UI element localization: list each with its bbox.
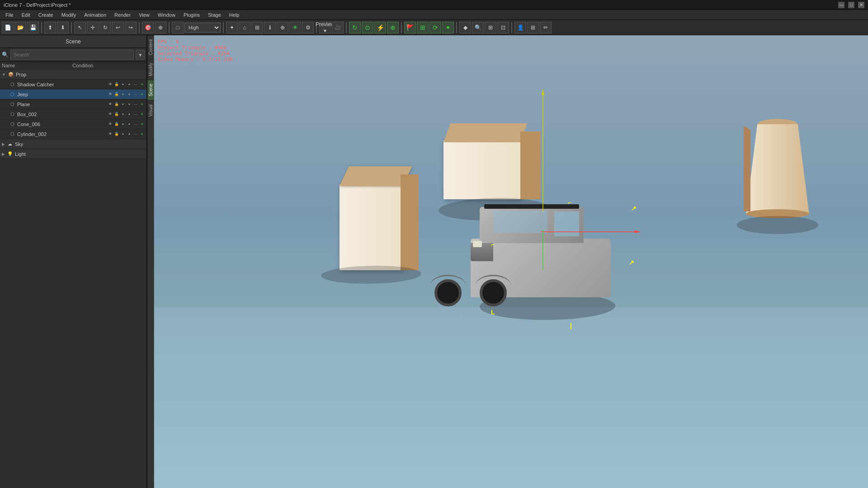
- window-controls[interactable]: — □ ✕: [838, 2, 864, 8]
- cone006-dot2[interactable]: ●: [127, 122, 132, 127]
- viewport[interactable]: FPS : 0 Project Triangle : 4966 Selected…: [154, 35, 868, 488]
- cylinder002-dot1[interactable]: ●: [120, 131, 126, 137]
- green-btn-1[interactable]: ↻: [349, 22, 361, 33]
- green-btn-3[interactable]: ⚡: [374, 22, 386, 33]
- light-group-header[interactable]: ▶ 💡 Light: [0, 149, 146, 159]
- search-input[interactable]: [10, 50, 134, 60]
- menu-plugins[interactable]: Plugins: [180, 11, 203, 19]
- green-btn-8[interactable]: ✦: [442, 22, 454, 33]
- tab-content[interactable]: Content: [147, 35, 154, 59]
- cylinder002-lock[interactable]: 🔓: [114, 131, 119, 137]
- green-btn-4[interactable]: ⊕: [387, 22, 399, 33]
- undo-button[interactable]: ↩: [112, 22, 124, 33]
- green-btn-6[interactable]: ⊞: [417, 22, 429, 33]
- character-button[interactable]: 👤: [514, 22, 526, 33]
- scene-item-cylinder002[interactable]: ⬡ Cylinder_002 👁 🔓 ● ● — +: [0, 129, 146, 139]
- cylinder002-dash[interactable]: —: [133, 131, 138, 137]
- jeep-dot1[interactable]: ●: [120, 92, 126, 97]
- shadow-catcher-dot1[interactable]: ●: [120, 82, 126, 87]
- menu-file[interactable]: File: [2, 11, 17, 19]
- scene-item-plane[interactable]: ⬡ Plane 👁 🔓 ● ● — +: [0, 99, 146, 109]
- box002-add[interactable]: +: [139, 112, 145, 117]
- green-btn-2[interactable]: ⊙: [362, 22, 373, 33]
- scene-item-cone006[interactable]: ⬡ Cone_006 👁 🔓 ● ● — +: [0, 119, 146, 129]
- transform-btn-2[interactable]: ⊡: [497, 22, 509, 33]
- jeep-add[interactable]: +: [139, 92, 145, 97]
- eye-button[interactable]: 👁: [289, 22, 301, 33]
- rotate-button[interactable]: ↻: [99, 22, 111, 33]
- fit-button[interactable]: ⊞: [485, 22, 496, 33]
- settings-button[interactable]: ⚙: [302, 22, 314, 33]
- shadow-catcher-eye[interactable]: 👁: [108, 82, 113, 87]
- scene-item-shadow-catcher[interactable]: ⬡ Shadow Catcher 👁 🔓 ● ● — +: [0, 80, 146, 89]
- cylinder002-dot2[interactable]: ●: [127, 131, 132, 137]
- menu-stage[interactable]: Stage: [204, 11, 225, 19]
- plane-dash[interactable]: —: [133, 102, 138, 107]
- new-button[interactable]: 📄: [2, 22, 14, 33]
- light-button[interactable]: ✦: [226, 22, 238, 33]
- redo-button[interactable]: ↪: [125, 22, 137, 33]
- shadow-catcher-dash[interactable]: —: [133, 82, 138, 87]
- open-button[interactable]: 📂: [14, 22, 26, 33]
- settings-btn-2[interactable]: ⊞: [527, 22, 539, 33]
- close-button[interactable]: ✕: [858, 2, 864, 8]
- menu-create[interactable]: Create: [35, 11, 57, 19]
- camera-button[interactable]: 🎥: [332, 22, 344, 33]
- scene-item-jeep[interactable]: ⬡ Jeep 👁 🔓 ● ● — +: [0, 89, 146, 99]
- magnet-button[interactable]: ⊕: [155, 22, 166, 33]
- cone006-add[interactable]: +: [139, 122, 145, 127]
- plane-dot1[interactable]: ●: [120, 102, 126, 107]
- grid-button[interactable]: ⊞: [251, 22, 263, 33]
- shadow-catcher-dot2[interactable]: ●: [127, 82, 132, 87]
- import-button[interactable]: ⬆: [44, 22, 56, 33]
- diamond-button[interactable]: ◆: [459, 22, 471, 33]
- quality-dropdown[interactable]: High Medium Low: [184, 23, 221, 33]
- box002-dot1[interactable]: ●: [120, 112, 126, 117]
- menu-edit[interactable]: Edit: [18, 11, 34, 19]
- scene-item-box002[interactable]: ⬡ Box_002 👁 🔓 ● ● — +: [0, 109, 146, 119]
- menu-modify[interactable]: Modify: [58, 11, 80, 19]
- plane-lock[interactable]: 🔓: [114, 102, 119, 107]
- cone006-lock[interactable]: 🔓: [114, 122, 119, 127]
- plane-add[interactable]: +: [139, 102, 145, 107]
- box002-eye[interactable]: 👁: [108, 112, 113, 117]
- home-button[interactable]: ⌂: [239, 22, 250, 33]
- edit-btn[interactable]: ✏: [540, 22, 552, 33]
- maximize-button[interactable]: □: [848, 2, 854, 8]
- export-button[interactable]: ⬇: [57, 22, 69, 33]
- cone006-eye[interactable]: 👁: [108, 122, 113, 127]
- cylinder002-add[interactable]: +: [139, 131, 145, 137]
- search-dropdown-button[interactable]: ▾: [136, 50, 145, 60]
- shadow-catcher-add[interactable]: +: [139, 82, 145, 87]
- menu-animation[interactable]: Animation: [80, 11, 110, 19]
- sky-group-header[interactable]: ▶ ☁ Sky: [0, 139, 146, 149]
- box002-dot2[interactable]: ●: [127, 112, 132, 117]
- camera-view-button[interactable]: □: [172, 22, 184, 33]
- tab-visual[interactable]: Visual: [147, 100, 154, 120]
- transform-button[interactable]: ✛: [87, 22, 99, 33]
- tab-scene[interactable]: Scene: [147, 80, 154, 100]
- minimize-button[interactable]: —: [838, 2, 844, 8]
- cone006-dot1[interactable]: ●: [120, 122, 126, 127]
- green-btn-7[interactable]: ⟳: [429, 22, 441, 33]
- box002-dash[interactable]: —: [133, 112, 138, 117]
- prop-expand-arrow[interactable]: ▼: [2, 72, 6, 77]
- green-btn-5[interactable]: 🚩: [404, 22, 416, 33]
- menu-view[interactable]: View: [135, 11, 153, 19]
- cylinder002-eye[interactable]: 👁: [108, 131, 113, 137]
- plane-eye[interactable]: 👁: [108, 102, 113, 107]
- info-button[interactable]: ℹ: [264, 22, 276, 33]
- jeep-dot2[interactable]: ●: [127, 92, 132, 97]
- select-button[interactable]: ↖: [74, 22, 86, 33]
- jeep-dash[interactable]: —: [133, 92, 138, 97]
- menu-help[interactable]: Help: [226, 11, 243, 19]
- box002-lock[interactable]: 🔓: [114, 112, 119, 117]
- jeep-eye[interactable]: 👁: [108, 92, 113, 97]
- preview-button[interactable]: Preview ▾: [319, 22, 331, 33]
- cone006-dash[interactable]: —: [133, 122, 138, 127]
- prop-group-header[interactable]: ▼ 📦 Prop: [0, 70, 146, 80]
- save-button[interactable]: 💾: [27, 22, 39, 33]
- shadow-catcher-lock[interactable]: 🔓: [114, 82, 119, 87]
- zoom-button[interactable]: 🔍: [472, 22, 484, 33]
- sky-expand-arrow[interactable]: ▶: [2, 142, 5, 146]
